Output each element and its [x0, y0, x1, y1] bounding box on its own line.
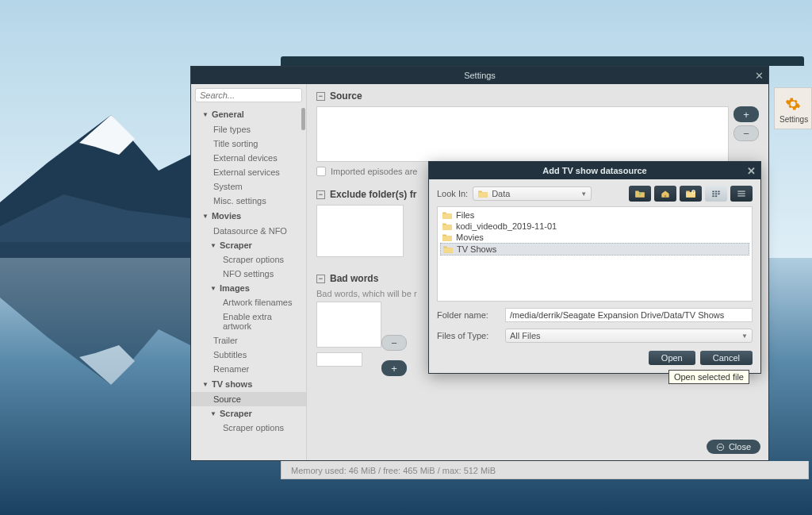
tree-tvshows[interactable]: ▼TV shows [191, 376, 306, 392]
folder-icon [442, 233, 453, 242]
lookin-combo[interactable]: Data ▼ [473, 186, 592, 201]
remove-badword-button[interactable]: − [381, 335, 407, 351]
right-toolbar: Settings [774, 87, 812, 129]
tree-title-sorting[interactable]: Title sorting [191, 136, 306, 151]
badwords-list[interactable] [316, 302, 381, 348]
background-window-titlebar [281, 56, 804, 66]
status-movies: Movies: 0 of 0 [291, 464, 799, 466]
lookin-label: Look In: [437, 189, 468, 198]
svg-rect-13 [718, 193, 719, 194]
remove-source-button[interactable]: − [733, 125, 759, 141]
section-badwords-title: Bad words [330, 273, 378, 284]
file-dialog: Add TV show datasource ✕ Look In: Data ▼… [428, 161, 761, 374]
settings-title: Settings [464, 71, 496, 80]
tree-file-types[interactable]: File types [191, 122, 306, 136]
section-source-title: Source [330, 90, 362, 102]
tree-subtitles[interactable]: Subtitles [191, 348, 306, 362]
status-memory: Memory used: 46 MiB / free: 465 MiB / ma… [291, 466, 799, 475]
tree-tv-source[interactable]: Source [191, 392, 306, 406]
tree-system[interactable]: System [191, 179, 306, 194]
svg-rect-17 [737, 193, 745, 194]
file-item-movies[interactable]: Movies [440, 232, 749, 243]
folder-name-label: Folder name: [437, 310, 499, 320]
tree-external-services[interactable]: External services [191, 165, 306, 179]
tree-movies[interactable]: ▼Movies [191, 208, 306, 224]
tree-movies-images[interactable]: ▼Images [191, 281, 306, 295]
tree-artwork-filenames[interactable]: Artwork filenames [191, 295, 306, 309]
imported-checkbox[interactable] [316, 167, 326, 176]
close-icon[interactable]: ✕ [755, 70, 764, 82]
stop-icon [716, 443, 725, 452]
exclude-list[interactable] [316, 205, 404, 257]
add-source-button[interactable]: + [733, 106, 759, 122]
tree-renamer[interactable]: Renamer [191, 362, 306, 376]
desktop-mountain [0, 99, 222, 258]
svg-rect-12 [715, 193, 717, 194]
badwords-input[interactable] [316, 352, 362, 367]
chevron-down-icon: ▼ [580, 190, 587, 198]
svg-rect-16 [737, 191, 745, 192]
tree-scraper-options-tv[interactable]: Scraper options [191, 421, 306, 435]
file-item-tvshows[interactable]: TV Shows [440, 243, 749, 256]
files-of-type-combo[interactable]: All Files ▼ [505, 329, 753, 343]
cancel-button[interactable]: Cancel [700, 351, 753, 365]
tree-external-devices[interactable]: External devices [191, 151, 306, 165]
tree-nfo-settings[interactable]: NFO settings [191, 267, 306, 281]
svg-rect-9 [715, 191, 717, 193]
status-bar: Movies: 0 of 0 Memory used: 46 MiB / fre… [281, 461, 809, 479]
files-of-type-label: Files of Type: [437, 331, 499, 340]
up-folder-button[interactable] [629, 186, 651, 202]
settings-tree[interactable]: ▼General File types Title sorting Extern… [191, 106, 306, 460]
folder-icon [477, 189, 488, 198]
svg-rect-14 [712, 195, 714, 197]
dialog-title: Add TV show datasource [542, 166, 646, 175]
folder-icon [442, 221, 453, 231]
tree-general[interactable]: ▼General [191, 106, 306, 122]
file-item-kodi[interactable]: kodi_videodb_2019-11-01 [440, 221, 749, 232]
svg-rect-18 [737, 195, 745, 196]
file-item-files[interactable]: Files [440, 209, 749, 221]
folder-icon [442, 210, 453, 220]
svg-rect-11 [712, 193, 714, 194]
dialog-titlebar: Add TV show datasource ✕ [429, 162, 760, 179]
chevron-down-icon: ▼ [741, 332, 748, 340]
section-exclude-title: Exclude folder(s) fr [330, 189, 416, 200]
settings-sidebar: ▼General File types Title sorting Extern… [191, 84, 307, 460]
collapse-icon[interactable]: − [316, 275, 325, 283]
tree-datasource-nfo[interactable]: Datasource & NFO [191, 224, 306, 238]
new-folder-button[interactable] [680, 186, 702, 202]
tree-misc-settings[interactable]: Misc. settings [191, 194, 306, 208]
close-button[interactable]: Close [707, 440, 760, 454]
collapse-icon[interactable]: − [316, 92, 325, 101]
folder-icon [442, 244, 454, 254]
home-button[interactable] [654, 186, 676, 202]
folder-name-input[interactable] [505, 308, 753, 322]
collapse-icon[interactable]: − [316, 190, 325, 199]
svg-rect-10 [718, 191, 719, 193]
gear-icon[interactable] [785, 96, 801, 112]
add-badword-button[interactable]: + [381, 360, 407, 376]
close-icon[interactable]: ✕ [747, 165, 756, 177]
search-input[interactable] [195, 88, 302, 102]
desktop-reflection [0, 258, 222, 401]
details-view-button[interactable] [730, 186, 753, 202]
tree-tv-scraper[interactable]: ▼Scraper [191, 406, 306, 421]
svg-rect-15 [715, 195, 717, 197]
open-button[interactable]: Open [649, 351, 695, 365]
file-list[interactable]: Files kodi_videodb_2019-11-01 Movies TV … [437, 206, 753, 302]
svg-rect-8 [712, 191, 714, 193]
settings-titlebar: Settings ✕ [191, 67, 768, 84]
source-list[interactable] [316, 106, 729, 162]
imported-label: Imported episodes are [331, 167, 417, 176]
open-tooltip: Open selected file [668, 370, 749, 384]
tree-scraper-options-movies[interactable]: Scraper options [191, 252, 306, 267]
list-view-button[interactable] [705, 186, 727, 202]
toolbar-settings-label: Settings [779, 115, 806, 124]
tree-trailer[interactable]: Trailer [191, 333, 306, 348]
tree-enable-extra-artwork[interactable]: Enable extra artwork [191, 309, 306, 333]
tree-movies-scraper[interactable]: ▼Scraper [191, 238, 306, 252]
